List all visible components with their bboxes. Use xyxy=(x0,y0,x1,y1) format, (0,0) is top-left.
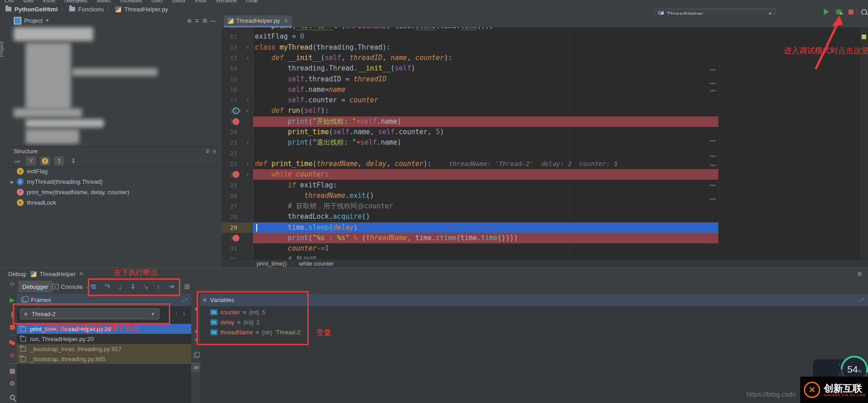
structure-item-print_time[interactable]: fprint_time(threadName, delay, counter) xyxy=(7,187,222,197)
chevron-down-icon[interactable]: ▼ xyxy=(45,18,49,23)
structure-panel-title: Structure xyxy=(14,148,38,155)
menu-view[interactable]: View xyxy=(42,0,55,3)
editor-tab-threadhelper[interactable]: ThreadHelper.py ✕ xyxy=(224,15,292,27)
menu-run[interactable]: Run xyxy=(152,0,162,3)
debug-session-tab[interactable]: ThreadHelper xyxy=(40,271,76,277)
tab-debugger[interactable]: Debugger xyxy=(18,281,52,292)
fold-marker-icon[interactable]: ∨ xyxy=(246,169,249,180)
structure-item-threadLock[interactable]: vthreadLock xyxy=(7,197,222,208)
line-number: 11 xyxy=(222,31,237,42)
code-line-16[interactable]: 16 self.name=name xyxy=(222,85,868,95)
code-line-30[interactable]: 30 print("%s : %s" % (threadName, time.c… xyxy=(222,233,868,243)
fold-marker-icon[interactable]: ∧ xyxy=(246,95,249,106)
code-line-32[interactable]: 32 # 释放锁 xyxy=(222,254,868,259)
breakpoint-icon[interactable] xyxy=(233,235,239,242)
code-line-19[interactable]: 19 print("开始线程: "+self.name) xyxy=(222,116,868,127)
close-icon[interactable]: ✕ xyxy=(79,271,83,277)
watermark-brand: ✕ 创新互联 CHUANG XIN HU LIAN xyxy=(800,377,868,403)
code-line-24[interactable]: 24∨ while counter: xyxy=(222,169,868,180)
code-line-25[interactable]: 25 if exitFlag: xyxy=(222,180,868,191)
locate-file-icon[interactable]: ⊕ xyxy=(187,17,192,24)
breakpoint-icon[interactable] xyxy=(233,171,239,178)
code-line-21[interactable]: 21∧ print("退出线程: "+self.name) xyxy=(222,137,868,148)
fold-marker-icon[interactable]: ∨ xyxy=(246,159,249,169)
code-line-10[interactable]: 10 print("%s: %s" % (threadName, time.ct… xyxy=(222,27,868,31)
fold-marker-icon[interactable]: ∧ xyxy=(246,137,249,148)
menu-code[interactable]: Code xyxy=(97,0,111,3)
code-line-31[interactable]: 31 counter-=1 xyxy=(222,243,868,254)
breadcrumb-folder[interactable]: Functions xyxy=(78,6,104,13)
breadcrumb-file[interactable]: ThreadHelper.py xyxy=(124,6,168,13)
code-editor[interactable]: 10 print("%s: %s" % (threadName, time.ct… xyxy=(222,27,868,259)
breadcrumb-function[interactable]: print_time() xyxy=(257,260,287,267)
breakpoint-icon[interactable] xyxy=(233,118,239,125)
line-number: 25 xyxy=(222,180,237,191)
expand-all-icon[interactable]: ↥ xyxy=(54,156,64,166)
code-line-18[interactable]: 18∨ def run(self): xyxy=(222,106,868,116)
code-line-12[interactable]: 12∨class myThread(threading.Thread): xyxy=(222,42,868,53)
c-icon: c xyxy=(17,178,24,185)
code-line-27[interactable]: 27 # 获取锁，用于线程同步counter xyxy=(222,201,868,212)
code-line-28[interactable]: 28 threadLock.acquire() xyxy=(222,212,868,222)
code-line-23[interactable]: 23∨def print_time(threadName, delay, cou… xyxy=(222,159,868,169)
down-stack-icon[interactable]: ↓ xyxy=(183,310,186,317)
menu-window[interactable]: Window xyxy=(216,0,237,3)
close-icon[interactable]: ✕ xyxy=(284,18,288,24)
show-inherited-icon[interactable]: Y xyxy=(26,156,36,166)
menu-refactor[interactable]: Refactor xyxy=(120,0,142,3)
fold-marker-icon[interactable]: ∨ xyxy=(246,53,249,63)
stripe-project-button[interactable]: Project xyxy=(0,41,4,57)
up-stack-icon[interactable]: ↑ xyxy=(175,310,178,317)
collapse-all-icon[interactable]: ↧ xyxy=(68,156,78,166)
code-line-17[interactable]: 17∧ self.counter = counter xyxy=(222,95,868,106)
fold-marker-icon[interactable]: ∨ xyxy=(246,106,249,116)
line-number: 15 xyxy=(222,74,237,85)
frames-icon xyxy=(21,297,27,302)
fold-marker-icon[interactable]: ∨ xyxy=(246,42,249,53)
breadcrumb-project[interactable]: PythonGetHtml xyxy=(15,6,58,13)
editor-tab-bar: ThreadHelper.py ✕ xyxy=(222,15,868,28)
stack-frame[interactable]: run, ThreadHelper.py:20 xyxy=(17,334,191,344)
collapse-all-icon[interactable]: ± xyxy=(213,148,216,155)
collapse-all-icon[interactable]: ∓ xyxy=(194,17,199,24)
structure-item-myThread[interactable]: ▶cmyThread(threading.Thread) xyxy=(7,176,222,187)
menu-file[interactable]: File xyxy=(5,0,14,3)
censored-content xyxy=(14,108,82,117)
structure-list: vexitFlag▶cmyThread(threading.Thread)fpr… xyxy=(7,166,222,208)
line-number: 12 xyxy=(222,42,237,53)
code-line-29[interactable]: 29 time.sleep(delay) xyxy=(222,222,868,233)
stack-frame[interactable]: _bootstrap_inner, threading.py:917 xyxy=(17,344,191,354)
stack-frame[interactable]: _bootstrap, threading.py:885 xyxy=(17,354,191,364)
menu-vcs[interactable]: VCS xyxy=(194,0,207,3)
pin-tab-icon[interactable]: →* xyxy=(181,297,188,303)
code-line-14[interactable]: 14 threading.Thread.__init__(self) xyxy=(222,63,868,74)
hide-panel-icon[interactable]: — xyxy=(210,17,216,24)
expand-all-icon[interactable]: ∓ xyxy=(205,148,210,155)
evaluate-watch-icon[interactable]: ∞ xyxy=(191,363,201,372)
evaluate-expression-icon[interactable]: ⊞ xyxy=(182,282,192,292)
duplicate-icon[interactable] xyxy=(191,351,201,360)
gear-icon[interactable]: ⚙ xyxy=(857,271,863,277)
v-icon: v xyxy=(17,199,24,206)
show-fields-icon[interactable]: f xyxy=(40,156,50,166)
code-line-13[interactable]: 13∨ def __init__(self, threadID, name, c… xyxy=(222,53,868,63)
structure-item-exitFlag[interactable]: vexitFlag xyxy=(7,166,222,176)
menu-edit[interactable]: Edit xyxy=(23,0,33,3)
menu-navigate[interactable]: Navigate xyxy=(64,0,87,3)
menu-help[interactable]: Help xyxy=(246,0,258,3)
sort-alphabetically-icon[interactable]: ↓az xyxy=(12,156,22,166)
code-line-20[interactable]: 20 print_time(self.name, self.counter, 5… xyxy=(222,127,868,137)
gear-icon[interactable]: ⚙ xyxy=(202,17,208,24)
code-line-22[interactable]: 22 xyxy=(222,148,868,159)
code-text: exitFlag = 0 xyxy=(255,31,304,42)
breadcrumb-statement[interactable]: while counter xyxy=(299,260,334,267)
menu-tools[interactable]: Tools xyxy=(172,0,185,3)
code-line-11[interactable]: 11exitFlag = 0 xyxy=(222,31,868,42)
v-icon: v xyxy=(17,168,24,175)
rerun-icon[interactable]: ⟳ xyxy=(6,280,18,289)
expand-icon[interactable]: ▶ xyxy=(9,180,15,184)
pin-tab-icon[interactable]: →* xyxy=(857,297,863,303)
editor-tab-label: ThreadHelper.py xyxy=(236,17,280,24)
code-line-15[interactable]: 15 self.threadID = threadID xyxy=(222,74,868,85)
code-line-26[interactable]: 26 threadName.exit() xyxy=(222,191,868,201)
